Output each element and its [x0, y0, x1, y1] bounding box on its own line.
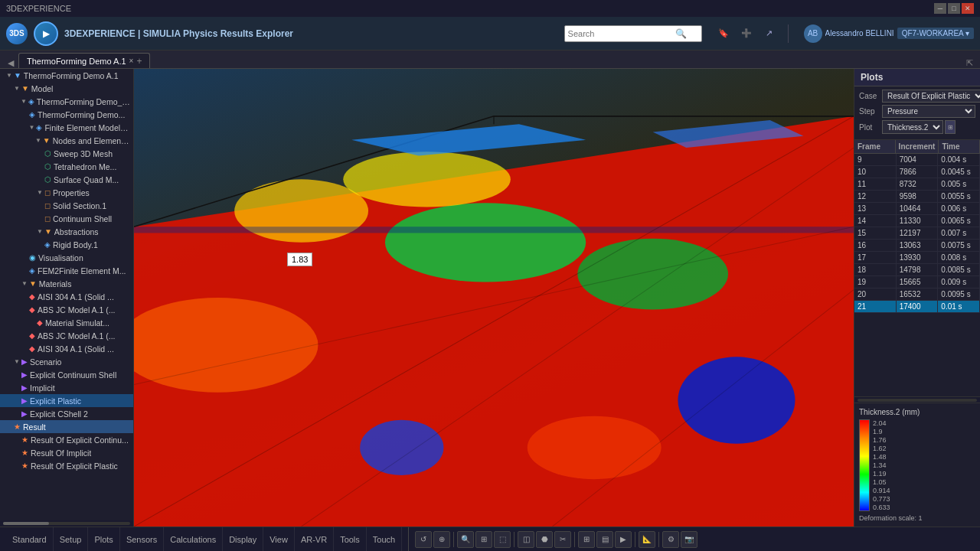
tree-item[interactable]: ⬡Surface Quad M...	[0, 173, 133, 186]
tree-item[interactable]: ◻Solid Section.1	[0, 199, 133, 212]
tree-toggle[interactable]: ▼	[14, 85, 20, 92]
col-time[interactable]: Time	[939, 140, 980, 153]
tree-item[interactable]: ◈ThermoForming Demo...	[0, 108, 133, 121]
frame-row[interactable]: 15121970.007 s	[854, 227, 980, 240]
bottom-tab-calculations[interactable]: Calculations	[164, 527, 223, 551]
tree-item[interactable]: ▶Explicit CShell 2	[0, 407, 133, 420]
mesh-icon[interactable]: ⬣	[536, 531, 553, 548]
frame-icon[interactable]: ▤	[596, 531, 613, 548]
grid-icon[interactable]: ⊞	[578, 531, 595, 548]
frame-row[interactable]: 19156650.009 s	[854, 276, 980, 289]
tree-item[interactable]: ▼◈ThermoForming Demo_D...	[0, 95, 133, 108]
tree-item[interactable]: ▼◻Properties	[0, 186, 133, 199]
bottom-tab-setup[interactable]: Setup	[54, 527, 89, 551]
frame-row[interactable]: 16130630.0075 s	[854, 240, 980, 252]
frame-row[interactable]: 1078660.0045 s	[854, 166, 980, 178]
fit-icon[interactable]: ⊞	[475, 531, 492, 548]
tree-item[interactable]: ▼▼Nodes and Elements...	[0, 134, 133, 147]
horizontal-scrollbar[interactable]	[0, 520, 133, 527]
tree-item[interactable]: ◻Continuum Shell	[0, 212, 133, 225]
tree-item[interactable]: ◈Rigid Body.1	[0, 238, 133, 251]
add-icon[interactable]: ➕	[737, 24, 756, 43]
tree-item[interactable]: ★Result Of Explicit Continu...	[0, 433, 133, 446]
view3d-icon[interactable]: ⬚	[494, 531, 511, 548]
frame-row[interactable]: 18147980.0085 s	[854, 264, 980, 276]
tree-toggle[interactable]: ▼	[35, 137, 41, 144]
zoom-icon[interactable]: 🔍	[457, 531, 474, 548]
frame-row[interactable]: 20165320.0095 s	[854, 289, 980, 301]
animation-icon[interactable]: ▶	[615, 531, 632, 548]
share-icon[interactable]: ↗	[760, 24, 779, 43]
tree-item[interactable]: ◆ABS JC Model A.1 (...	[0, 329, 133, 342]
bottom-tab-display[interactable]: Display	[223, 527, 263, 551]
tree-collapse-btn[interactable]: ◀	[3, 58, 18, 68]
frame-table-body[interactable]: 970040.004 s1078660.0045 s1187320.005 s1…	[854, 154, 980, 396]
bottom-tab-sensors[interactable]: Sensors	[120, 527, 164, 551]
tab-close-btn[interactable]: ×	[129, 57, 134, 65]
tree-item[interactable]: ▼▼ThermoForming Demo A.1	[0, 69, 133, 82]
tree-toggle[interactable]: ▼	[29, 124, 35, 131]
active-tab[interactable]: ThermoForming Demo A.1 × +	[18, 53, 150, 68]
screenshot-icon[interactable]: 📷	[681, 531, 697, 548]
frame-row[interactable]: 1187320.005 s	[854, 178, 980, 191]
play-button[interactable]: ▶	[34, 21, 58, 46]
bottom-tab-ar-vr[interactable]: AR-VR	[295, 527, 334, 551]
tree-item[interactable]: ▶Implicit	[0, 381, 133, 394]
tree-item[interactable]: ◆AISI 304 A.1 (Solid ...	[0, 290, 133, 303]
tree-toggle[interactable]: ▼	[6, 72, 12, 79]
frame-scrollbar[interactable]	[854, 396, 980, 403]
frame-row[interactable]: 21174000.01 s	[854, 301, 980, 313]
settings-icon[interactable]: ⚙	[662, 531, 679, 548]
bottom-tab-tools[interactable]: Tools	[334, 527, 367, 551]
tree-item[interactable]: ★Result Of Implicit	[0, 446, 133, 459]
tree-toggle[interactable]: ▼	[21, 280, 28, 287]
bottom-tab-touch[interactable]: Touch	[367, 527, 402, 551]
case-select[interactable]: Result Of Explicit Plastic	[882, 90, 980, 103]
tree-item[interactable]: ⬡Tetrahedron Me...	[0, 160, 133, 173]
surface-icon[interactable]: ◫	[518, 531, 534, 548]
tree-toggle[interactable]: ▼	[21, 98, 27, 105]
frame-row[interactable]: 970040.004 s	[854, 154, 980, 166]
minimize-button[interactable]: ─	[934, 3, 946, 14]
col-increment[interactable]: Increment	[896, 140, 939, 153]
tree-item[interactable]: ★Result	[0, 420, 133, 433]
tree-item[interactable]: ◆ABS JC Model A.1 (...	[0, 303, 133, 316]
close-button[interactable]: ✕	[962, 3, 974, 14]
frame-row[interactable]: 1295980.0055 s	[854, 191, 980, 203]
tree-toggle[interactable]: ▼	[37, 228, 43, 235]
rotate-icon[interactable]: ↺	[415, 531, 432, 548]
bookmark-icon[interactable]: 🔖	[714, 24, 733, 43]
pan-icon[interactable]: ⊕	[433, 531, 450, 548]
tree-item[interactable]: ⬡Sweep 3D Mesh	[0, 147, 133, 160]
section-icon[interactable]: ✂	[554, 531, 571, 548]
tree-item[interactable]: ▶Explicit Plastic	[0, 394, 133, 407]
viewport[interactable]: 1.83	[134, 69, 854, 527]
col-frame[interactable]: Frame	[854, 140, 896, 153]
tab-add-btn[interactable]: +	[136, 56, 142, 67]
tree-toggle[interactable]: ▼	[37, 189, 43, 196]
expand-icon[interactable]: ⇱	[962, 58, 977, 68]
tree-item[interactable]: ▼▼Abstractions	[0, 225, 133, 238]
tree-item[interactable]: ◆AISI 304 A.1 (Solid ...	[0, 342, 133, 355]
tree-item[interactable]: ▼◈Finite Element Model0...	[0, 121, 133, 134]
tree-item[interactable]: ◉Visualisation	[0, 251, 133, 264]
bottom-tab-plots[interactable]: Plots	[88, 527, 119, 551]
workspace-badge[interactable]: QF7-WORKAREA ▾	[897, 28, 974, 39]
frame-row[interactable]: 13104640.006 s	[854, 203, 980, 215]
tree-item[interactable]: ▼▼Materials	[0, 277, 133, 290]
maximize-button[interactable]: □	[948, 3, 960, 14]
tree-item[interactable]: ▼▶Scenario	[0, 355, 133, 368]
bottom-tab-view[interactable]: View	[263, 527, 295, 551]
tree-item[interactable]: ◈FEM2Finite Element M...	[0, 264, 133, 277]
measure-icon[interactable]: 📐	[639, 531, 655, 548]
bottom-tab-standard[interactable]: Standard	[6, 527, 54, 551]
tree-item[interactable]: ▶Explicit Continuum Shell	[0, 368, 133, 381]
frame-row[interactable]: 14113300.0065 s	[854, 215, 980, 227]
frame-row[interactable]: 17139300.008 s	[854, 252, 980, 264]
step-select[interactable]: Pressure	[882, 105, 975, 118]
plot-select[interactable]: Thickness.2	[882, 120, 943, 134]
search-input[interactable]	[568, 29, 675, 38]
tree-item[interactable]: ★Result Of Explicit Plastic	[0, 459, 133, 472]
tree-scroll[interactable]: ▼▼ThermoForming Demo A.1▼▼Model▼◈ThermoF…	[0, 69, 133, 520]
tree-item[interactable]: ◆Material Simulat...	[0, 316, 133, 329]
